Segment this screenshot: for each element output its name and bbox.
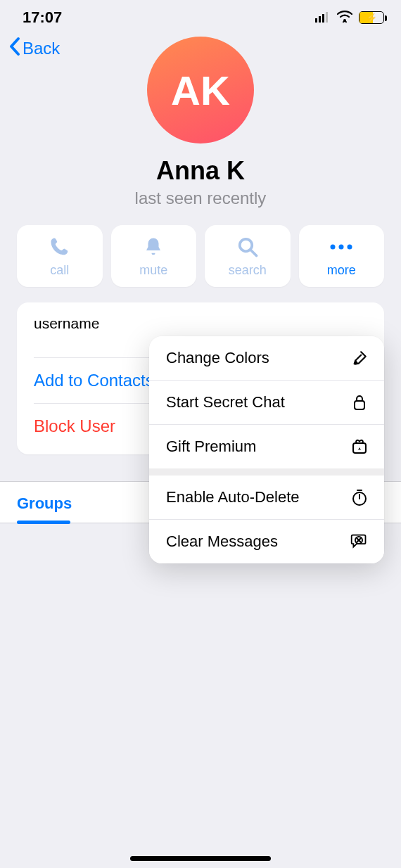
phone-icon — [49, 235, 70, 259]
menu-enable-auto-delete-label: Enable Auto-Delete — [166, 488, 300, 506]
svg-point-9 — [348, 244, 352, 249]
battery-icon: ⚡ — [359, 11, 384, 24]
svg-point-8 — [339, 244, 344, 249]
tab-groups-label: Groups — [17, 494, 72, 512]
menu-clear-messages-label: Clear Messages — [166, 532, 278, 551]
wifi-icon — [336, 8, 353, 27]
svg-rect-2 — [322, 14, 324, 23]
back-button[interactable]: Back — [8, 37, 60, 60]
home-indicator[interactable] — [130, 856, 271, 861]
profile-name: Anna K — [0, 156, 401, 186]
avatar-initials: AK — [171, 67, 230, 114]
profile-status: last seen recently — [0, 189, 401, 208]
svg-rect-10 — [355, 401, 364, 409]
username-label: username — [34, 315, 367, 332]
svg-line-6 — [251, 250, 257, 256]
tab-underline — [17, 521, 70, 524]
more-button[interactable]: more — [299, 225, 385, 287]
gift-icon — [349, 436, 370, 457]
timer-icon — [349, 487, 370, 508]
menu-change-colors-label: Change Colors — [166, 349, 269, 367]
clear-chat-icon — [349, 531, 370, 552]
svg-point-5 — [240, 238, 253, 251]
menu-gift-premium[interactable]: Gift Premium — [149, 424, 384, 468]
tab-groups[interactable]: Groups — [17, 494, 72, 523]
svg-point-7 — [331, 244, 336, 249]
chevron-left-icon — [8, 37, 21, 60]
back-label: Back — [23, 39, 60, 58]
lock-icon — [349, 392, 370, 413]
search-button[interactable]: search — [205, 225, 291, 287]
menu-separator — [149, 468, 384, 476]
svg-rect-1 — [319, 16, 321, 23]
menu-enable-auto-delete[interactable]: Enable Auto-Delete — [149, 476, 384, 519]
call-button[interactable]: call — [17, 225, 103, 287]
mute-button[interactable]: mute — [111, 225, 197, 287]
search-icon — [237, 235, 258, 259]
bell-icon — [143, 235, 164, 259]
brush-icon — [349, 347, 370, 369]
menu-clear-messages[interactable]: Clear Messages — [149, 519, 384, 563]
menu-change-colors[interactable]: Change Colors — [149, 336, 384, 380]
svg-rect-3 — [326, 12, 328, 23]
action-row: call mute search more — [0, 208, 401, 298]
avatar[interactable]: AK — [147, 37, 254, 143]
menu-start-secret-chat[interactable]: Start Secret Chat — [149, 380, 384, 424]
more-popover: Change Colors Start Secret Chat Gift Pre… — [149, 336, 384, 563]
more-icon — [329, 235, 354, 259]
more-label: more — [327, 263, 356, 278]
call-label: call — [50, 263, 69, 278]
mute-label: mute — [139, 263, 167, 278]
svg-point-4 — [343, 19, 346, 22]
status-indicators: ⚡ — [315, 8, 384, 27]
search-label: search — [229, 263, 267, 278]
status-bar: 17:07 ⚡ — [0, 0, 401, 32]
status-time: 17:07 — [23, 8, 62, 27]
menu-gift-premium-label: Gift Premium — [166, 438, 256, 456]
cellular-icon — [315, 8, 331, 27]
menu-start-secret-chat-label: Start Secret Chat — [166, 393, 285, 411]
svg-rect-0 — [315, 18, 317, 23]
